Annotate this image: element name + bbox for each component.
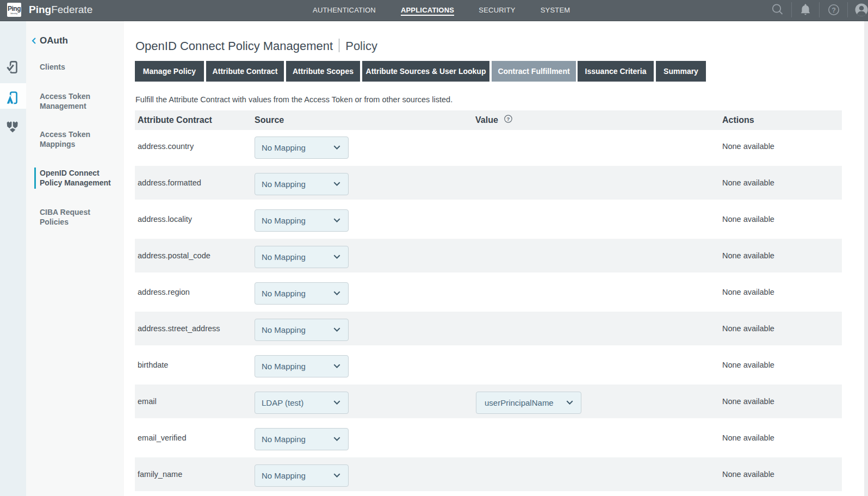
- svg-text:?: ?: [506, 116, 510, 122]
- svg-text:?: ?: [832, 7, 836, 14]
